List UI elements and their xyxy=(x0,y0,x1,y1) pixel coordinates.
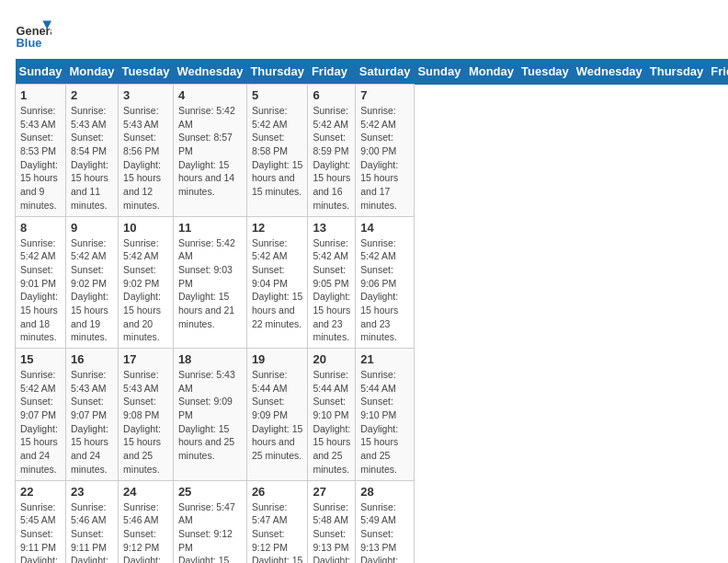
day-info: Sunrise: 5:47 AMSunset: 9:12 PMDaylight:… xyxy=(178,501,235,564)
calendar-cell: 18 Sunrise: 5:43 AMSunset: 9:09 PMDaylig… xyxy=(173,349,246,481)
calendar-week-3: 15 Sunrise: 5:42 AMSunset: 9:07 PMDaylig… xyxy=(16,349,729,481)
day-number: 6 xyxy=(313,88,350,102)
day-info: Sunrise: 5:43 AMSunset: 8:54 PMDaylight:… xyxy=(71,105,108,211)
day-info: Sunrise: 5:44 AMSunset: 9:10 PMDaylight:… xyxy=(313,369,350,475)
calendar-cell: 20 Sunrise: 5:44 AMSunset: 9:10 PMDaylig… xyxy=(308,349,356,481)
calendar-cell: 25 Sunrise: 5:47 AMSunset: 9:12 PMDaylig… xyxy=(173,480,246,563)
logo: General Blue xyxy=(15,15,57,52)
calendar-cell: 8 Sunrise: 5:42 AMSunset: 9:01 PMDayligh… xyxy=(16,216,66,349)
calendar-cell: 12 Sunrise: 5:42 AMSunset: 9:04 PMDaylig… xyxy=(246,216,308,349)
day-info: Sunrise: 5:42 AMSunset: 8:57 PMDaylight:… xyxy=(178,105,235,197)
day-number: 18 xyxy=(178,352,242,366)
day-number: 24 xyxy=(123,485,168,499)
day-number: 11 xyxy=(178,221,242,235)
col-header-saturday: Saturday xyxy=(356,59,415,85)
day-info: Sunrise: 5:46 AMSunset: 9:11 PMDaylight:… xyxy=(71,501,108,564)
col-header-friday: Friday xyxy=(308,59,356,85)
day-number: 1 xyxy=(20,88,61,102)
day-info: Sunrise: 5:42 AMSunset: 9:06 PMDaylight:… xyxy=(360,237,398,343)
calendar-cell: 15 Sunrise: 5:42 AMSunset: 9:07 PMDaylig… xyxy=(16,349,66,481)
day-info: Sunrise: 5:44 AMSunset: 9:10 PMDaylight:… xyxy=(360,369,398,475)
calendar-cell: 16 Sunrise: 5:43 AMSunset: 9:07 PMDaylig… xyxy=(65,349,118,481)
day-number: 15 xyxy=(20,352,61,366)
calendar-cell: 5 Sunrise: 5:42 AMSunset: 8:58 PMDayligh… xyxy=(246,85,308,217)
col-header-tuesday: Tuesday xyxy=(119,59,174,85)
col-header-wednesday: Wednesday xyxy=(173,59,246,85)
day-info: Sunrise: 5:46 AMSunset: 9:12 PMDaylight:… xyxy=(123,501,161,564)
day-number: 22 xyxy=(20,485,61,499)
day-number: 19 xyxy=(252,352,303,366)
calendar-cell: 6 Sunrise: 5:42 AMSunset: 8:59 PMDayligh… xyxy=(308,85,356,217)
day-number: 7 xyxy=(360,88,409,102)
day-info: Sunrise: 5:42 AMSunset: 8:58 PMDaylight:… xyxy=(252,105,302,197)
day-number: 8 xyxy=(20,221,61,235)
day-info: Sunrise: 5:42 AMSunset: 9:01 PMDaylight:… xyxy=(20,237,58,343)
day-number: 26 xyxy=(252,485,303,499)
day-number: 14 xyxy=(360,221,409,235)
calendar-cell: 21 Sunrise: 5:44 AMSunset: 9:10 PMDaylig… xyxy=(356,349,415,481)
col-header-monday: Monday xyxy=(65,59,118,85)
day-info: Sunrise: 5:43 AMSunset: 9:09 PMDaylight:… xyxy=(178,369,235,461)
col-header-tuesday: Tuesday xyxy=(518,59,573,85)
day-info: Sunrise: 5:43 AMSunset: 8:53 PMDaylight:… xyxy=(20,105,58,211)
day-number: 12 xyxy=(252,221,303,235)
day-info: Sunrise: 5:47 AMSunset: 9:12 PMDaylight:… xyxy=(252,501,302,564)
calendar-header-row: SundayMondayTuesdayWednesdayThursdayFrid… xyxy=(16,59,729,85)
calendar-cell: 9 Sunrise: 5:42 AMSunset: 9:02 PMDayligh… xyxy=(65,216,118,349)
day-info: Sunrise: 5:42 AMSunset: 9:07 PMDaylight:… xyxy=(20,369,58,475)
day-number: 21 xyxy=(360,352,409,366)
day-info: Sunrise: 5:42 AMSunset: 8:59 PMDaylight:… xyxy=(313,105,350,211)
day-info: Sunrise: 5:42 AMSunset: 9:05 PMDaylight:… xyxy=(313,237,350,343)
calendar-cell: 23 Sunrise: 5:46 AMSunset: 9:11 PMDaylig… xyxy=(65,480,118,563)
calendar-cell: 2 Sunrise: 5:43 AMSunset: 8:54 PMDayligh… xyxy=(65,85,118,217)
day-number: 27 xyxy=(313,485,350,499)
calendar-cell: 11 Sunrise: 5:42 AMSunset: 9:03 PMDaylig… xyxy=(173,216,246,349)
day-info: Sunrise: 5:44 AMSunset: 9:09 PMDaylight:… xyxy=(252,369,302,461)
day-number: 9 xyxy=(71,221,113,235)
day-info: Sunrise: 5:42 AMSunset: 9:03 PMDaylight:… xyxy=(178,237,235,329)
calendar-cell: 10 Sunrise: 5:42 AMSunset: 9:02 PMDaylig… xyxy=(119,216,174,349)
col-header-thursday: Thursday xyxy=(246,59,308,85)
day-info: Sunrise: 5:42 AMSunset: 9:04 PMDaylight:… xyxy=(252,237,302,329)
day-number: 17 xyxy=(123,352,168,366)
calendar-cell: 28 Sunrise: 5:49 AMSunset: 9:13 PMDaylig… xyxy=(356,480,415,563)
day-number: 5 xyxy=(252,88,303,102)
calendar-cell: 17 Sunrise: 5:43 AMSunset: 9:08 PMDaylig… xyxy=(119,349,174,481)
day-number: 13 xyxy=(313,221,350,235)
day-number: 3 xyxy=(123,88,168,102)
col-header-monday: Monday xyxy=(465,59,518,85)
calendar-week-4: 22 Sunrise: 5:45 AMSunset: 9:11 PMDaylig… xyxy=(16,480,729,563)
day-info: Sunrise: 5:45 AMSunset: 9:11 PMDaylight:… xyxy=(20,501,58,564)
calendar-table: SundayMondayTuesdayWednesdayThursdayFrid… xyxy=(15,59,728,563)
calendar-cell: 7 Sunrise: 5:42 AMSunset: 9:00 PMDayligh… xyxy=(356,85,415,217)
col-header-friday: Friday xyxy=(707,59,728,85)
day-info: Sunrise: 5:48 AMSunset: 9:13 PMDaylight:… xyxy=(313,501,350,564)
calendar-week-1: 1 Sunrise: 5:43 AMSunset: 8:53 PMDayligh… xyxy=(16,85,729,217)
calendar-cell: 24 Sunrise: 5:46 AMSunset: 9:12 PMDaylig… xyxy=(119,480,174,563)
calendar-cell: 3 Sunrise: 5:43 AMSunset: 8:56 PMDayligh… xyxy=(119,85,174,217)
calendar-cell: 27 Sunrise: 5:48 AMSunset: 9:13 PMDaylig… xyxy=(308,480,356,563)
page-header: General Blue xyxy=(15,15,713,52)
day-info: Sunrise: 5:42 AMSunset: 9:02 PMDaylight:… xyxy=(71,237,108,343)
calendar-cell: 19 Sunrise: 5:44 AMSunset: 9:09 PMDaylig… xyxy=(246,349,308,481)
day-number: 28 xyxy=(360,485,409,499)
day-info: Sunrise: 5:43 AMSunset: 8:56 PMDaylight:… xyxy=(123,105,161,211)
svg-text:Blue: Blue xyxy=(17,36,42,50)
calendar-cell: 22 Sunrise: 5:45 AMSunset: 9:11 PMDaylig… xyxy=(16,480,66,563)
calendar-cell: 14 Sunrise: 5:42 AMSunset: 9:06 PMDaylig… xyxy=(356,216,415,349)
day-info: Sunrise: 5:42 AMSunset: 9:00 PMDaylight:… xyxy=(360,105,398,211)
day-number: 20 xyxy=(313,352,350,366)
calendar-cell: 13 Sunrise: 5:42 AMSunset: 9:05 PMDaylig… xyxy=(308,216,356,349)
day-number: 16 xyxy=(71,352,113,366)
col-header-sunday: Sunday xyxy=(16,59,66,85)
calendar-cell: 26 Sunrise: 5:47 AMSunset: 9:12 PMDaylig… xyxy=(246,480,308,563)
day-number: 10 xyxy=(123,221,168,235)
col-header-wednesday: Wednesday xyxy=(573,59,646,85)
calendar-cell: 1 Sunrise: 5:43 AMSunset: 8:53 PMDayligh… xyxy=(16,85,66,217)
day-info: Sunrise: 5:42 AMSunset: 9:02 PMDaylight:… xyxy=(123,237,161,343)
day-info: Sunrise: 5:43 AMSunset: 9:08 PMDaylight:… xyxy=(123,369,161,475)
logo-icon: General Blue xyxy=(15,15,51,52)
day-info: Sunrise: 5:49 AMSunset: 9:13 PMDaylight:… xyxy=(360,501,398,564)
col-header-thursday: Thursday xyxy=(646,59,708,85)
day-info: Sunrise: 5:43 AMSunset: 9:07 PMDaylight:… xyxy=(71,369,108,475)
